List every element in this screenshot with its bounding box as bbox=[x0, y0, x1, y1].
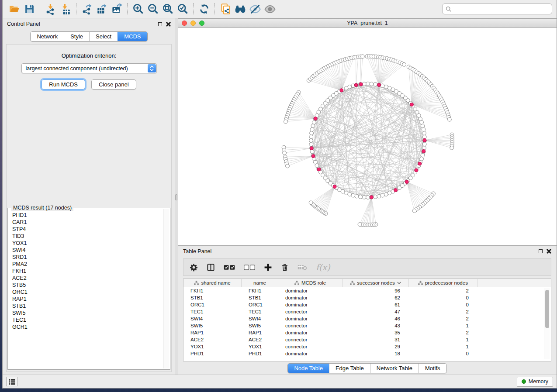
network-title: YPA_prune.txt_1 bbox=[178, 20, 557, 26]
list-item[interactable]: STB5 bbox=[9, 282, 163, 289]
divider-handle[interactable] bbox=[175, 194, 177, 200]
task-history-button[interactable] bbox=[6, 377, 17, 386]
table-cell: dominator bbox=[278, 351, 343, 356]
list-item[interactable]: YOX1 bbox=[9, 240, 163, 247]
table-cell: SWI5 bbox=[242, 323, 278, 328]
table-row[interactable]: TEC1TEC1connector472 bbox=[183, 308, 551, 315]
close-panel-button[interactable]: Close panel bbox=[91, 79, 136, 89]
table-cell: 2 bbox=[409, 309, 477, 314]
node-table: shared namenameMCDS rolesuccessor nodesp… bbox=[183, 279, 551, 361]
table-cell: YOX1 bbox=[183, 344, 242, 349]
search-input[interactable] bbox=[454, 6, 549, 12]
table-row[interactable]: SWI4SWI4dominator462 bbox=[183, 315, 551, 322]
column-header-MCDS-role[interactable]: MCDS role bbox=[278, 279, 343, 287]
table-row[interactable]: YOX1YOX1connector291 bbox=[183, 343, 551, 350]
table-row[interactable]: SWI5SWI5connector431 bbox=[183, 322, 551, 329]
table-row[interactable]: FKH1FKH1dominator962 bbox=[183, 287, 551, 294]
table-cell: dominator bbox=[278, 316, 343, 321]
tab-style[interactable]: Style bbox=[64, 32, 89, 41]
tab-node-table[interactable]: Node Table bbox=[288, 364, 329, 373]
table-header-row: shared namenameMCDS rolesuccessor nodesp… bbox=[183, 279, 551, 287]
network-canvas[interactable] bbox=[178, 28, 557, 245]
export-network-icon[interactable] bbox=[80, 2, 94, 16]
zoom-in-icon[interactable] bbox=[131, 2, 145, 16]
list-item[interactable]: SRD1 bbox=[9, 254, 163, 261]
network-titlebar[interactable]: YPA_prune.txt_1 bbox=[178, 19, 557, 28]
table-row[interactable]: ACE2ACE2connector311 bbox=[183, 336, 551, 343]
list-item[interactable]: TID3 bbox=[9, 233, 163, 240]
table-row[interactable]: STB1STB1dominator620 bbox=[183, 294, 551, 301]
list-item[interactable]: SWI5 bbox=[9, 309, 163, 316]
clone-network-icon[interactable] bbox=[218, 2, 233, 16]
zoom-fit-icon[interactable] bbox=[160, 2, 175, 16]
table-cell: 0 bbox=[409, 295, 477, 300]
mcds-result-scrollbar[interactable] bbox=[163, 209, 169, 368]
memory-button[interactable]: Memory bbox=[517, 377, 553, 387]
table-cell: 29 bbox=[343, 344, 409, 349]
list-item[interactable]: RAP1 bbox=[9, 296, 163, 303]
close-table-panel-icon[interactable] bbox=[547, 249, 551, 254]
save-session-icon[interactable] bbox=[22, 2, 37, 16]
list-item[interactable]: CAR1 bbox=[9, 219, 163, 226]
control-panel-tabs: Network Style Select MCDS bbox=[30, 31, 147, 41]
column-selector-icon[interactable] bbox=[207, 263, 215, 272]
column-header-name[interactable]: name bbox=[242, 279, 278, 287]
column-header-predecessor-nodes[interactable]: predecessor nodes bbox=[409, 279, 477, 287]
zoom-selected-icon[interactable] bbox=[175, 2, 190, 16]
first-neighbors-icon[interactable] bbox=[233, 2, 248, 16]
list-item[interactable]: ORC1 bbox=[9, 289, 163, 296]
column-header-shared-name[interactable]: shared name bbox=[183, 279, 242, 287]
table-cell: connector bbox=[278, 309, 343, 314]
gear-icon[interactable] bbox=[190, 263, 198, 272]
list-item[interactable]: STP4 bbox=[9, 226, 163, 233]
list-item[interactable]: ACE2 bbox=[9, 275, 163, 282]
list-item[interactable]: GCR1 bbox=[9, 323, 163, 330]
open-file-icon[interactable] bbox=[7, 2, 22, 16]
shared-column-icon bbox=[194, 281, 199, 285]
list-item[interactable]: STB1 bbox=[9, 303, 163, 309]
network-graph[interactable] bbox=[178, 28, 557, 245]
tab-mcds[interactable]: MCDS bbox=[118, 32, 147, 41]
add-column-icon[interactable] bbox=[264, 263, 272, 272]
show-all-icon[interactable] bbox=[263, 2, 277, 16]
deselect-all-checkboxes-icon[interactable] bbox=[244, 264, 255, 271]
select-all-checkboxes-icon[interactable] bbox=[224, 264, 235, 271]
dropdown-value: largest connected component (undirected) bbox=[26, 65, 128, 72]
tab-network[interactable]: Network bbox=[31, 32, 64, 41]
tab-select[interactable]: Select bbox=[89, 32, 118, 41]
list-item[interactable]: FKH1 bbox=[9, 268, 163, 275]
export-image-icon[interactable] bbox=[109, 2, 124, 16]
panel-divider[interactable] bbox=[175, 18, 178, 375]
tab-network-table[interactable]: Network Table bbox=[370, 364, 419, 373]
refresh-layout-icon[interactable] bbox=[197, 2, 211, 16]
list-item[interactable]: PHD1 bbox=[9, 212, 163, 219]
zoom-out-icon[interactable] bbox=[145, 2, 160, 16]
table-scrollbar-thumb[interactable] bbox=[545, 290, 549, 328]
table-row[interactable]: RAP1RAP1dominator352 bbox=[183, 329, 551, 336]
main-toolbar bbox=[3, 0, 557, 18]
run-mcds-button[interactable]: Run MCDS bbox=[42, 79, 85, 89]
optimization-criterion-label: Optimization criterion: bbox=[7, 52, 171, 59]
tab-edge-table[interactable]: Edge Table bbox=[329, 364, 370, 373]
optimization-criterion-dropdown[interactable]: largest connected component (undirected) bbox=[21, 63, 157, 73]
import-table-icon[interactable] bbox=[58, 2, 73, 16]
list-item[interactable]: SWI4 bbox=[9, 247, 163, 254]
table-scrollbar[interactable] bbox=[544, 288, 550, 359]
mcds-result-list[interactable]: PHD1CAR1STP4TID3YOX1SWI4SRD1PMA2FKH1ACE2… bbox=[9, 212, 163, 368]
list-item[interactable]: PMA2 bbox=[9, 261, 163, 268]
search-icon bbox=[446, 6, 452, 12]
close-panel-icon[interactable] bbox=[166, 22, 171, 27]
table-row[interactable]: PHD1PHD1dominator180 bbox=[183, 350, 551, 357]
list-item[interactable]: TEC1 bbox=[9, 316, 163, 323]
column-header-successor-nodes[interactable]: successor nodes bbox=[343, 279, 409, 287]
table-row[interactable]: ORC1ORC1dominator610 bbox=[183, 301, 551, 308]
import-network-icon[interactable] bbox=[43, 2, 58, 16]
hide-selected-icon[interactable] bbox=[248, 2, 263, 16]
tab-motifs[interactable]: Motifs bbox=[419, 364, 446, 373]
delete-column-icon[interactable] bbox=[281, 263, 289, 272]
float-table-panel-icon[interactable] bbox=[539, 249, 543, 253]
float-panel-icon[interactable] bbox=[158, 22, 162, 26]
search-box[interactable] bbox=[442, 3, 552, 14]
export-table-icon[interactable] bbox=[94, 2, 109, 16]
table-cell: RAP1 bbox=[242, 330, 278, 335]
